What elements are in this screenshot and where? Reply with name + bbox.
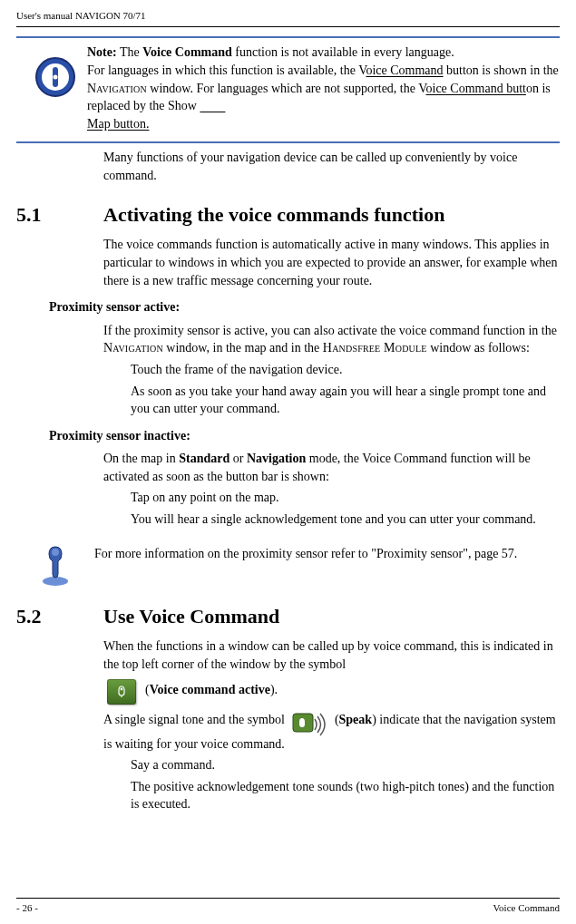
note-l2-u1: oice Command [366, 63, 443, 77]
note-top-rule [16, 36, 560, 38]
note-text-a: The [117, 45, 143, 59]
section-5-1-para1: The voice commands function is automatic… [103, 236, 560, 289]
sub1-sc2: Handsfree Module [323, 341, 427, 355]
note-l2-spaces [200, 99, 225, 112]
info-block: For more information on the proximity se… [34, 540, 560, 587]
note-l2c: window. For languages which are not supp… [147, 82, 426, 95]
section-number: 5.1 [16, 201, 58, 229]
note-l2-u2: oice Command butt [426, 82, 526, 95]
page-number: - 26 - [16, 901, 38, 915]
section-5-2-header: 5.2 Use Voice Command [16, 603, 560, 631]
s52-step1: Say a command. [131, 756, 560, 774]
sub1-p1-c: window as follows: [427, 341, 530, 355]
page-footer: - 26 - Voice Command [16, 898, 560, 915]
note-label: Note: [87, 45, 117, 59]
intro-para: Many functions of your navigation device… [103, 149, 560, 184]
section-title: Activating the voice commands function [103, 201, 444, 229]
note-bottom-rule [16, 141, 560, 143]
sub2-bold2: Navigation [247, 452, 306, 465]
voice-active-line: (Voice command active). [103, 677, 560, 703]
section-title: Use Voice Command [103, 603, 279, 631]
svg-point-5 [52, 549, 59, 556]
speak-label: Speak [339, 713, 373, 726]
svg-point-6 [121, 687, 123, 690]
info-text: For more information on the proximity se… [94, 540, 560, 563]
p2a: A single signal tone and the symbol [103, 713, 288, 726]
note-text-b: function is not available in every langu… [232, 45, 454, 59]
header-rule [16, 26, 560, 27]
note-text: Note: The Voice Command function is not … [87, 44, 560, 132]
sub1-step2: As soon as you take your hand away again… [131, 383, 560, 418]
info-icon [34, 540, 76, 587]
voice-command-active-icon [107, 679, 136, 705]
sub1-p1-b: window, in the map and in the [163, 341, 323, 355]
manual-header: User's manual NAVIGON 70/71 [16, 9, 560, 23]
sub-heading-active: Proximity sensor active: [49, 298, 560, 316]
svg-point-3 [54, 75, 58, 80]
footer-rule [16, 898, 560, 899]
sub2-p1-b: or [229, 452, 247, 465]
sub2-step2: You will hear a single acknowledgement t… [131, 511, 560, 529]
sub1-p1: If the proximity sensor is active, you c… [103, 322, 560, 357]
sub1-sc1: Navigation [103, 341, 163, 355]
sub2-bold1: Standard [179, 452, 229, 465]
speak-icon [291, 710, 327, 739]
s52-step2: The positive acknowledgement tone sounds… [131, 778, 560, 813]
sub2-p1-a: On the map in [103, 452, 179, 465]
note-l2-sc: Navigation [87, 82, 147, 95]
note-l2b: button is shown in the [444, 63, 559, 77]
note-icon [34, 56, 76, 98]
note-l2a: For languages in which this function is … [87, 63, 366, 77]
note-l2-u3: Map button. [87, 117, 149, 131]
section-5-2-p2: A single signal tone and the symbol (Spe… [103, 706, 560, 754]
sub2-p1: On the map in Standard or Navigation mod… [103, 450, 560, 485]
sub1-p1-a: If the proximity sensor is active, you c… [103, 324, 557, 337]
section-5-1-header: 5.1 Activating the voice commands functi… [16, 201, 560, 229]
note-text-bold: Voice Command [142, 45, 232, 59]
section-number: 5.2 [16, 603, 58, 631]
section-5-2-p1: When the functions in a window can be ca… [103, 637, 560, 673]
note-block: Note: The Voice Command function is not … [16, 44, 560, 132]
voice-active-label: (Voice command active). [145, 681, 278, 699]
sub1-step1: Touch the frame of the navigation device… [131, 361, 560, 379]
sub2-step1: Tap on any point on the map. [131, 489, 560, 507]
chapter-name: Voice Command [493, 901, 560, 915]
voice-active-label-bold: Voice command active [150, 683, 270, 696]
sub-heading-inactive: Proximity sensor inactive: [49, 427, 560, 445]
